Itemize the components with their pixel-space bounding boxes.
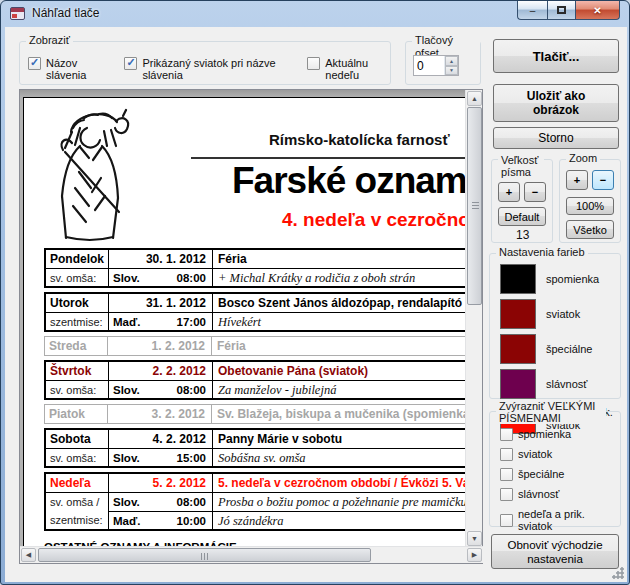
mass-time: 17:00 [177, 313, 206, 330]
color-row-slavnost: slávnosť [500, 369, 616, 399]
zoom-out-button[interactable]: − [592, 170, 614, 190]
checkbox-box[interactable]: ✓ [500, 514, 513, 527]
horizontal-scrollbar[interactable]: ◀ ▶ [20, 546, 483, 563]
uppercase-checkbox-sviatok[interactable]: ✓ sviatok [500, 448, 596, 461]
color-settings-group: Nastavenia farieb spomienka sviatok špec… [489, 253, 621, 399]
schedule-day-monday: Pondelok 30. 1. 2012 Féria sv. omša: Slo… [44, 248, 466, 288]
vertical-scroll-thumb[interactable] [467, 107, 482, 305]
scroll-down-icon[interactable]: ▼ [467, 531, 482, 546]
zoom-in-button[interactable]: + [566, 170, 588, 190]
scroll-up-icon[interactable]: ▲ [467, 91, 482, 106]
minimize-button[interactable]: – [517, 1, 547, 20]
color-row-specialne: špeciálne [500, 334, 616, 364]
schedule-day-wednesday: Streda 1. 2. 2012 Féria [44, 336, 466, 356]
checkbox-box[interactable]: ✓ [500, 488, 513, 501]
print-offset-group: Tlačový ofset ▲ ▼ [405, 41, 481, 85]
checkbox-box[interactable]: ✓ [124, 57, 137, 70]
checkbox-celebration-name[interactable]: ✓ Názov slávenia [28, 57, 106, 81]
day-title: 5. nedeľa v cezročnom období / Évközi 5.… [212, 474, 466, 492]
checkbox-label: Názov slávenia [46, 57, 106, 81]
checkbox-label: sviatok [518, 448, 552, 460]
schedule-day-thursday: Štvrtok 2. 2. 2012 Obetovanie Pána (svia… [44, 360, 466, 400]
checkbox-box[interactable]: ✓ [28, 57, 41, 70]
font-size-decrease-button[interactable]: − [524, 182, 546, 202]
color-swatch-sviatok[interactable] [500, 299, 536, 329]
day-name: Piatok [45, 405, 107, 423]
mass-language: Slov. [113, 381, 140, 398]
header-rule [191, 157, 466, 159]
checkbox-box[interactable]: ✓ [500, 468, 513, 481]
color-swatch-specialne[interactable] [500, 334, 536, 364]
client-area: Zobraziť ✓ Názov slávenia ✓ Prikázaný sv… [5, 27, 627, 582]
window-title: Náhľad tlače [32, 6, 100, 20]
day-date: 31. 1. 2012 [108, 294, 212, 312]
uppercase-checkbox-specialne[interactable]: ✓ špeciálne [500, 468, 596, 481]
font-size-group: Veľkosť písma + − Default 13 [491, 159, 553, 243]
checkbox-current-sunday[interactable]: ✓ Aktuálnu nedeľu [307, 57, 390, 81]
parish-header: Rímsko-katolícka farnosť [269, 131, 450, 148]
day-title: Sv. Blažeja, biskupa a mučenika (spomien… [211, 405, 466, 423]
print-offset-spinner[interactable]: ▲ ▼ [413, 55, 459, 76]
close-icon: ✕ [593, 5, 601, 16]
schedule-table: Pondelok 30. 1. 2012 Féria sv. omša: Slo… [44, 248, 466, 535]
spinner-up-icon[interactable]: ▲ [445, 56, 458, 66]
zoom-fit-all-button[interactable]: Všetko [566, 220, 614, 239]
checkbox-obligatory-feast[interactable]: ✓ Prikázaný sviatok pri názve slávenia [124, 57, 289, 81]
font-size-increase-button[interactable]: + [498, 182, 520, 202]
print-preview-window: Náhľad tlače – ✕ Zobraziť ✓ Názov sláven… [0, 0, 630, 585]
titlebar[interactable]: Náhľad tlače – ✕ [1, 1, 629, 27]
scroll-right-icon[interactable]: ▶ [467, 548, 482, 562]
save-as-image-button[interactable]: Uložiť ako obrázok [493, 84, 619, 122]
color-swatch-spomienka[interactable] [500, 264, 536, 294]
day-title: Féria [212, 250, 466, 268]
horizontal-scroll-thumb[interactable] [38, 548, 371, 562]
print-button[interactable]: Tlačiť... [493, 39, 619, 73]
maximize-icon [557, 6, 566, 14]
zoom-100-button[interactable]: 100% [566, 197, 614, 215]
checkbox-box[interactable]: ✓ [500, 428, 513, 441]
schedule-day-friday: Piatok 3. 2. 2012 Sv. Blažeja, biskupa a… [44, 404, 466, 424]
check-icon: ✓ [126, 56, 135, 69]
color-swatch-slavnost[interactable] [500, 369, 536, 399]
schedule-day-tuesday: Utorok 31. 1. 2012 Bosco Szent János áld… [44, 292, 466, 332]
uppercase-checkbox-nedela[interactable]: ✓ nedeľa a prik. sviatok [500, 508, 596, 532]
day-name: Streda [45, 337, 107, 355]
maximize-button[interactable] [547, 1, 575, 20]
font-size-default-button[interactable]: Default [498, 207, 546, 226]
color-label: sviatok [546, 308, 580, 321]
schedule-day-sunday: Nedeľa 5. 2. 2012 5. nedeľa v cezročnom … [44, 472, 466, 531]
day-name: Utorok [46, 294, 108, 312]
cancel-button[interactable]: Storno [493, 127, 619, 149]
checkbox-label: Prikázaný sviatok pri názve slávenia [142, 57, 289, 81]
uppercase-checkbox-spomienka[interactable]: ✓ spomienka [500, 428, 596, 441]
zoom-label: Zoom [566, 152, 600, 165]
mass-language: Slov. [113, 493, 140, 511]
resize-grip[interactable] [612, 567, 624, 579]
zoom-group: Zoom + − 100% Všetko [559, 159, 621, 243]
mass-intention: Hívekért [212, 313, 466, 330]
scroll-left-icon[interactable]: ◀ [21, 548, 36, 562]
mass-label: sv. omša: [46, 381, 108, 398]
reset-defaults-button[interactable]: Obnoviť východzie nastavenia [491, 534, 619, 569]
font-size-value: 13 [516, 228, 529, 242]
checkbox-box[interactable]: ✓ [500, 448, 513, 461]
day-title: Bosco Szent János áldozópap, rendalapító [212, 294, 466, 312]
print-offset-input[interactable] [414, 56, 444, 75]
mass-time: 10:00 [177, 512, 206, 529]
close-button[interactable]: ✕ [575, 1, 620, 20]
uppercase-checkbox-slavnost[interactable]: ✓ slávnosť [500, 488, 596, 501]
preview-page: Rímsko-katolícka farnosť Farské oznamy 4… [23, 97, 466, 547]
vertical-scrollbar[interactable]: ▲ ▼ [465, 90, 482, 547]
good-shepherd-image [49, 100, 143, 242]
uppercase-group: Zvýrazniť VEĽKÝMI PÍSMENAMI ✓ spomienka … [489, 411, 621, 527]
spinner-down-icon[interactable]: ▼ [445, 66, 458, 76]
mass-intention: Sobášna sv. omša [212, 449, 466, 466]
day-name: Sobota [46, 430, 108, 448]
print-preview-panel: Rímsko-katolícka farnosť Farské oznamy 4… [19, 89, 483, 564]
checkbox-box[interactable]: ✓ [307, 57, 320, 70]
day-date: 5. 2. 2012 [108, 474, 212, 492]
day-title: Féria [211, 337, 466, 355]
uppercase-label: Zvýrazniť VEĽKÝMI PÍSMENAMI [496, 400, 606, 424]
bulletin-title: Farské oznamy [232, 160, 466, 202]
checkbox-label: Aktuálnu nedeľu [325, 57, 390, 81]
